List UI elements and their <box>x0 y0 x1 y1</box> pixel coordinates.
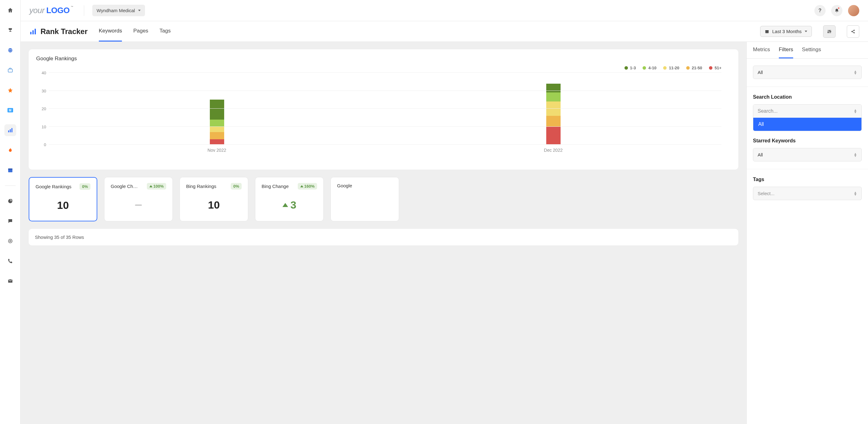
svg-rect-10 <box>32 30 34 34</box>
rpanel-tab-filters[interactable]: Filters <box>779 42 793 58</box>
tab-pages[interactable]: Pages <box>133 21 148 41</box>
nav-star[interactable] <box>4 84 16 96</box>
filter-all-select[interactable]: All ▲▼ <box>753 65 862 79</box>
stat-badge: 0% <box>231 183 242 190</box>
date-range-selector[interactable]: Last 3 Months <box>760 26 812 37</box>
divider <box>84 5 84 16</box>
logo-tm: ™ <box>71 6 73 8</box>
page-title: Rank Tracker <box>29 27 88 36</box>
star-icon <box>7 87 13 93</box>
svg-point-14 <box>828 32 829 33</box>
chart-panel: Google Rankings 1-3 4-10 11-20 21-50 51+… <box>29 49 738 170</box>
nav-rank-tracker[interactable] <box>4 124 16 136</box>
nav-briefcase[interactable] <box>4 64 16 76</box>
tab-tags[interactable]: Tags <box>160 21 171 41</box>
stat-card[interactable]: Bing Change160%3 <box>255 177 323 221</box>
target-icon <box>7 238 13 244</box>
legend-dot <box>663 66 666 69</box>
nav-calendar[interactable] <box>4 164 16 176</box>
phone-icon <box>7 258 13 264</box>
svg-rect-11 <box>35 29 36 34</box>
stat-title: Google Rankings <box>35 184 71 189</box>
stat-value: 10 <box>186 199 242 211</box>
updown-icon: ▲▼ <box>854 191 857 196</box>
nav-home[interactable] <box>4 4 16 16</box>
share-icon <box>851 29 855 34</box>
rpanel-tab-metrics[interactable]: Metrics <box>753 42 770 58</box>
settings-sliders-button[interactable] <box>823 25 836 38</box>
bar-segment <box>210 120 224 127</box>
search-location-dropdown: ▲▼ All <box>753 104 862 131</box>
client-name: Wyndham Medical <box>97 8 135 13</box>
right-panel-tabs: Metrics Filters Settings <box>747 42 868 59</box>
logo: your LOGO ™ <box>29 6 74 15</box>
date-range-label: Last 3 Months <box>772 29 802 34</box>
bar-segment <box>210 127 224 132</box>
right-panel: Metrics Filters Settings All ▲▼ Search L… <box>746 42 868 424</box>
bar-segment <box>546 102 561 116</box>
nav-separator <box>5 186 16 186</box>
logo-text-your: your <box>29 6 44 15</box>
stat-card[interactable]: Google <box>331 177 399 221</box>
stat-badge: 100% <box>147 183 166 190</box>
legend-item: 1-3 <box>624 65 636 70</box>
stat-title: Google Ch… <box>111 183 138 189</box>
results-table-panel: Showing 35 of 35 Rows <box>29 229 738 246</box>
nav-chat[interactable] <box>4 215 16 227</box>
nav-moz[interactable]: M <box>4 104 16 116</box>
stat-title: Bing Change <box>261 183 289 189</box>
chart-area: 010203040 Nov 2022Dec 2022 <box>36 73 731 163</box>
search-location-input[interactable] <box>757 108 854 114</box>
tags-select[interactable]: Select... ▲▼ <box>753 187 862 200</box>
svg-point-16 <box>830 31 831 32</box>
svg-rect-13 <box>766 30 769 31</box>
svg-point-15 <box>829 30 830 31</box>
home-icon <box>7 7 13 13</box>
tab-keywords[interactable]: Keywords <box>99 21 122 41</box>
x-axis-label: Dec 2022 <box>385 145 721 153</box>
svg-rect-3 <box>10 129 10 132</box>
bar-segment <box>546 92 561 102</box>
search-location-label: Search Location <box>753 94 862 100</box>
bar-segment <box>210 100 224 119</box>
svg-rect-6 <box>8 169 12 170</box>
nav-globe[interactable] <box>4 44 16 56</box>
bar-chart-icon <box>29 28 37 35</box>
stat-card[interactable]: Bing Rankings0%10 <box>180 177 248 221</box>
nav-trophy[interactable] <box>4 24 16 36</box>
pie-chart-icon <box>7 198 13 204</box>
y-axis: 010203040 <box>36 73 49 145</box>
bar-chart-icon <box>7 128 13 133</box>
nav-mail[interactable] <box>4 275 16 287</box>
x-axis-label: Nov 2022 <box>49 145 385 153</box>
y-tick: 30 <box>42 88 46 93</box>
nav-pie-reports[interactable] <box>4 195 16 207</box>
user-avatar[interactable] <box>848 5 859 16</box>
stat-card[interactable]: Google Ch…100% <box>104 177 173 221</box>
search-location-option-all[interactable]: All <box>753 118 862 131</box>
trophy-icon <box>7 27 13 33</box>
chevron-down-icon <box>805 31 807 32</box>
y-tick: 10 <box>42 124 46 129</box>
legend-item: 11-20 <box>663 65 679 70</box>
notifications-button[interactable] <box>831 5 842 16</box>
rpanel-tab-settings[interactable]: Settings <box>802 42 821 58</box>
share-button[interactable] <box>847 25 859 38</box>
divider <box>747 169 868 169</box>
arrow-up-icon <box>300 185 303 187</box>
stat-badge: 160% <box>298 183 317 190</box>
starred-keywords-select[interactable]: All ▲▼ <box>753 148 862 162</box>
client-selector[interactable]: Wyndham Medical <box>92 5 145 16</box>
stat-card[interactable]: Google Rankings0%10 <box>29 177 97 221</box>
nav-phone[interactable] <box>4 255 16 267</box>
nav-semrush[interactable] <box>4 144 16 156</box>
stacked-bar[interactable] <box>210 100 224 145</box>
sliders-icon <box>827 29 832 34</box>
tags-label: Tags <box>753 177 862 182</box>
svg-rect-9 <box>30 32 31 34</box>
nav-target[interactable] <box>4 235 16 247</box>
help-button[interactable]: ? <box>814 5 826 16</box>
calendar-icon <box>765 29 769 34</box>
left-nav-rail: M <box>0 0 21 424</box>
stacked-bar[interactable] <box>546 84 561 145</box>
